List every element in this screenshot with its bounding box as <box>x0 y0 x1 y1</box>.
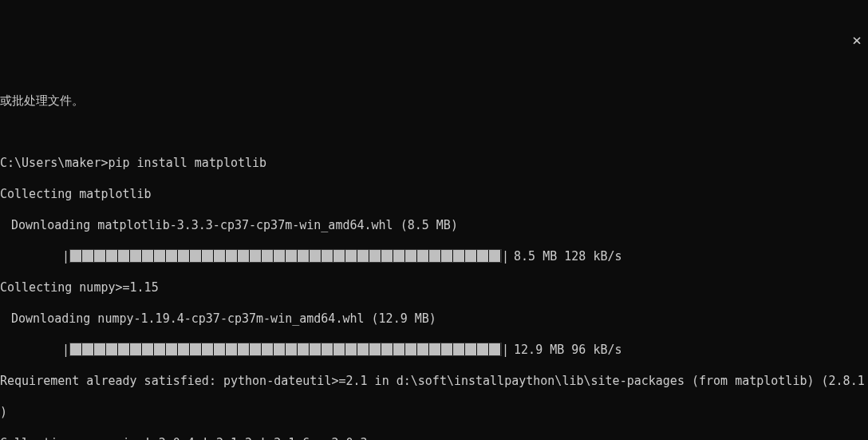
output-line: ) <box>0 405 868 421</box>
output-blank <box>0 125 868 141</box>
output-line: Downloading numpy-1.19.4-cp37-cp37m-win_… <box>0 311 868 327</box>
progress-row: ||12.9 MB 96 kB/s <box>0 343 868 359</box>
terminal[interactable]: × 或批处理文件。 C:\Users\maker>pip install mat… <box>0 31 868 440</box>
output-line: 或批处理文件。 <box>0 93 868 109</box>
output-line: Collecting numpy>=1.15 <box>0 280 868 296</box>
close-icon[interactable]: × <box>852 33 862 49</box>
output-line: Collecting pyparsing!=2.0.4,!=2.1.2,!=2.… <box>0 436 868 440</box>
prompt-line[interactable]: C:\Users\maker>pip install matplotlib <box>0 156 868 172</box>
output-line: Collecting matplotlib <box>0 187 868 203</box>
output-line: Downloading matplotlib-3.3.3-cp37-cp37m-… <box>0 218 868 234</box>
progress-bar <box>69 343 502 356</box>
output-line: Requirement already satisfied: python-da… <box>0 374 868 390</box>
progress-row: ||8.5 MB 128 kB/s <box>0 249 868 265</box>
progress-bar <box>69 249 502 263</box>
